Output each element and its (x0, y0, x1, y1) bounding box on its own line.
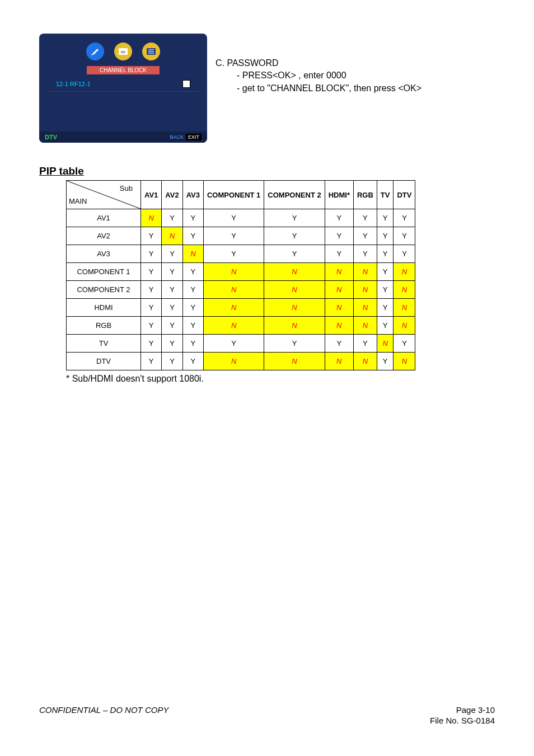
pip-cell: Y (394, 245, 415, 263)
pip-cell: Y (377, 299, 394, 317)
pip-cell: Y (162, 353, 182, 370)
tools-icon (86, 43, 104, 60)
pip-cell: Y (325, 227, 353, 245)
pip-cell: N (394, 317, 415, 335)
pip-cell: Y (264, 245, 325, 263)
pip-cell: Y (325, 335, 353, 353)
pip-cell: Y (394, 209, 415, 227)
pip-cell: Y (162, 245, 182, 263)
password-heading: C. PASSWORD (216, 57, 421, 69)
pip-cell: Y (182, 335, 203, 353)
pip-row-header: COMPONENT 1 (67, 263, 141, 281)
pip-row-header: AV2 (67, 227, 141, 245)
pip-cell: N (353, 353, 377, 370)
pip-col-header: COMPONENT 2 (264, 181, 325, 209)
svg-text:cc: cc (121, 49, 125, 54)
pip-cell: Y (162, 299, 182, 317)
pip-cell: N (203, 317, 264, 335)
pip-cell: Y (353, 245, 377, 263)
pip-col-header: COMPONENT 1 (203, 181, 264, 209)
pip-col-header: AV2 (162, 181, 182, 209)
pip-heading: PIP table (39, 165, 495, 177)
list-icon (142, 43, 160, 60)
pip-cell: Y (162, 263, 182, 281)
footer-file: File No. SG-0184 (430, 716, 495, 725)
footer-confidential: CONFIDENTIAL – DO NOT COPY (39, 705, 168, 715)
pip-cell: N (353, 263, 377, 281)
diag-main-label: MAIN (69, 197, 87, 205)
pip-cell: N (353, 299, 377, 317)
pip-cell: Y (377, 245, 394, 263)
pip-col-header: HDMI* (325, 181, 353, 209)
password-line1: - PRESS<OK> , enter 0000 (216, 69, 421, 82)
pip-cell: Y (182, 227, 203, 245)
pip-cell: N (264, 353, 325, 370)
pip-cell: N (394, 299, 415, 317)
channel-row-label: 12-1 RF12-1 (56, 81, 91, 87)
pip-cell: Y (377, 227, 394, 245)
password-line2: - get to "CHANNEL BLOCK", then press <OK… (216, 82, 421, 95)
pip-cell: Y (203, 335, 264, 353)
table-row: AV2YNYYYYYYY (67, 227, 415, 245)
pip-cell: Y (162, 209, 182, 227)
pip-cell: Y (141, 245, 162, 263)
pip-cell: N (203, 299, 264, 317)
pip-row-header: TV (67, 335, 141, 353)
pip-cell: N (394, 281, 415, 299)
channel-checkbox (182, 80, 190, 88)
pip-footnote: * Sub/HDMI doesn't support 1080i. (66, 374, 495, 384)
pip-cell: N (264, 317, 325, 335)
pip-col-header: AV1 (141, 181, 162, 209)
dtv-label: DTV (45, 134, 57, 140)
pip-col-header: DTV (394, 181, 415, 209)
pip-cell: N (353, 317, 377, 335)
pip-cell: Y (203, 227, 264, 245)
pip-cell: Y (182, 281, 203, 299)
channel-row: 12-1 RF12-1 (46, 77, 200, 92)
pip-row-header: HDMI (67, 299, 141, 317)
table-row: HDMIYYYNNNNYN (67, 299, 415, 317)
pip-cell: N (264, 281, 325, 299)
pip-col-header: AV3 (182, 181, 203, 209)
pip-cell: Y (353, 335, 377, 353)
pip-cell: Y (353, 227, 377, 245)
table-row: AV1NYYYYYYYY (67, 209, 415, 227)
pip-cell: Y (182, 263, 203, 281)
pip-cell: Y (325, 209, 353, 227)
pip-cell: Y (141, 263, 162, 281)
pip-cell: Y (162, 317, 182, 335)
pip-table: Sub MAIN AV1AV2AV3COMPONENT 1COMPONENT 2… (66, 180, 415, 370)
pip-cell: Y (377, 263, 394, 281)
pip-row-header: AV3 (67, 245, 141, 263)
pip-cell: N (377, 335, 394, 353)
pip-cell: N (162, 227, 182, 245)
pip-cell: Y (141, 317, 162, 335)
pip-cell: Y (353, 209, 377, 227)
pip-cell: Y (182, 353, 203, 370)
pip-cell: Y (141, 227, 162, 245)
pip-cell: N (182, 245, 203, 263)
pip-cell: Y (141, 299, 162, 317)
table-row: DTVYYYNNNNYN (67, 353, 415, 370)
pip-cell: Y (377, 353, 394, 370)
table-row: COMPONENT 2YYYNNNNYN (67, 281, 415, 299)
pip-cell: N (325, 353, 353, 370)
pip-cell: Y (203, 245, 264, 263)
pip-col-header: TV (377, 181, 394, 209)
pip-cell: Y (141, 335, 162, 353)
pip-cell: Y (325, 245, 353, 263)
pip-row-header: DTV (67, 353, 141, 370)
pip-cell: Y (162, 335, 182, 353)
table-row: RGBYYYNNNNYN (67, 317, 415, 335)
pip-row-header: AV1 (67, 209, 141, 227)
pip-cell: Y (264, 209, 325, 227)
pip-cell: Y (377, 209, 394, 227)
pip-cell: N (203, 263, 264, 281)
channel-block-screenshot: cc CHANNEL BLOCK 12-1 RF12-1 DTV BACK EX… (39, 34, 207, 143)
back-label: BACK (170, 134, 184, 140)
pip-cell: Y (264, 227, 325, 245)
pip-cell: Y (203, 209, 264, 227)
pip-cell: Y (182, 299, 203, 317)
pip-diag-header: Sub MAIN (67, 181, 141, 209)
pip-cell: N (325, 281, 353, 299)
